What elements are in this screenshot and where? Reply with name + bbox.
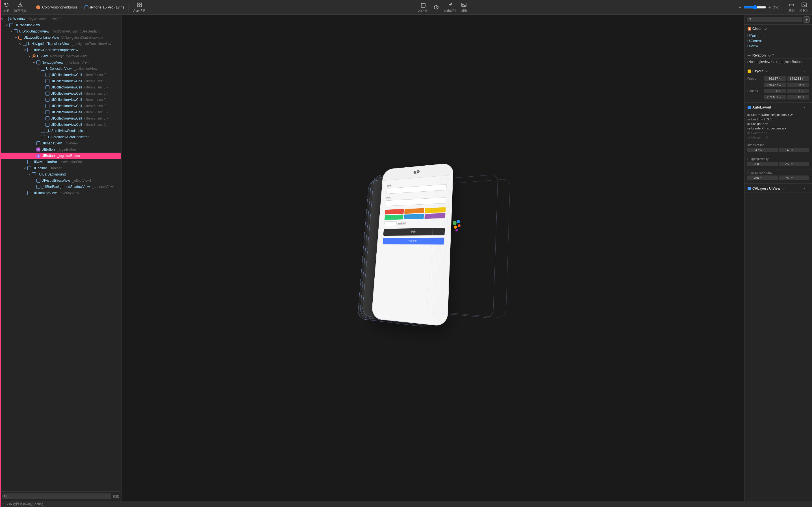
class-chevron[interactable] [764,27,767,30]
tree-item-cell0[interactable]: UICollectionViewCell{ item:0, sec:0 } [0,72,121,78]
tree-item-uicollectionview[interactable]: UICollectionView_collectionView [0,66,121,72]
autolayout-more[interactable]: ··· [804,105,809,110]
tree-item-uiimageview[interactable]: UIImageView_titleView [0,140,121,147]
hugging-h-input[interactable] [749,162,759,166]
quick-mode-button[interactable]: 快速模式 [14,2,26,13]
rotate-button[interactable]: 自由旋转 [444,2,456,13]
layout-more[interactable]: ··· [804,69,809,74]
tree-toggle[interactable] [22,166,27,170]
measure-button[interactable]: 测距 [789,2,795,13]
tree-toggle[interactable] [13,35,18,40]
intrinsic-section: IntrinsicSize W H [745,142,812,156]
tree-item-uitransitionview[interactable]: UITransitionView [0,22,121,28]
frame-y-input[interactable] [789,77,801,80]
tree-item-nonloginview[interactable]: NonLoginView_nonLoginView [0,59,121,66]
frame-h-input[interactable] [789,83,801,87]
minus-label[interactable]: − [739,5,741,10]
tree-item-uiwindow[interactable]: UIWindowKeyWindow ( Level: 0 ) [0,16,121,22]
inspector-search-input[interactable] [752,17,800,21]
resistance-v-input[interactable] [780,176,791,179]
tree-toggle[interactable] [18,42,22,46]
bounds-w-input[interactable] [765,96,778,99]
tree-item-uidropshadowview[interactable]: UIDropShadowView_firstCornerClippingDesc… [0,28,121,35]
image-button[interactable]: 图像 [461,2,467,13]
hugging-h-field[interactable]: H [747,162,778,166]
inspector-search-icon [748,18,752,21]
frame-x-input[interactable] [765,77,778,80]
resistance-v-field[interactable]: V [779,175,809,180]
calayer-more[interactable]: ··· [804,186,809,191]
inspector-search-box[interactable] [747,17,802,22]
console-button[interactable]: 控制台 [799,2,809,13]
size-slider[interactable] [744,5,766,10]
hugging-v-field[interactable]: V [779,162,809,166]
frame-x-field[interactable]: X [764,76,786,81]
intrinsic-h-field[interactable]: H [779,148,809,152]
frame-w-input[interactable] [765,83,778,87]
frame-w-field[interactable]: W [764,82,786,87]
tree-item-uiviewcontrollerwrapperview[interactable]: UIViewControllerWrapperView [0,47,121,53]
tree-item-loginbutton[interactable]: BUIButton_loginButton [0,147,121,153]
resistance-h-field[interactable]: H [747,175,778,180]
frame-y-field[interactable]: Y [788,76,809,81]
bounds-w-field[interactable]: W [764,95,786,100]
add-button[interactable]: + [804,16,810,22]
bounds-y-input[interactable] [789,89,801,93]
tree-item-uibarbackgroundshadowview[interactable]: _UIBarBackgroundShadowView_shadowView1 [0,184,121,190]
tree-item-cell6[interactable]: UICollectionViewCell{ item:6, sec:0 } [0,109,121,115]
hugging-v-input[interactable] [780,162,791,166]
bounds-h-field[interactable]: H [788,95,809,100]
tree-hint: { item:2, sec:0 } [84,86,108,89]
tree-toggle[interactable] [36,66,41,71]
tree-item-uitoolbar[interactable]: UIToolbar_toolbar [0,165,121,171]
bounds-x-input[interactable] [765,89,778,93]
bounds-h-input[interactable] [789,96,801,99]
intrinsic-w-input[interactable] [749,148,759,152]
tree-toggle[interactable] [22,48,27,52]
bounds-x-field[interactable]: X [764,89,786,93]
tree-toggle[interactable] [9,29,13,34]
tree-toggle[interactable] [27,54,32,58]
search-input[interactable] [8,494,110,498]
hugging-row: H V [747,162,809,166]
tree-item-uibarbackground[interactable]: _UIBarBackground [0,171,121,177]
intrinsic-w-field[interactable]: W [747,148,778,152]
tree-item-cell8[interactable]: UICollectionViewCell{ item:8, sec:0 } [0,121,121,128]
tree-item-cell3[interactable]: UICollectionViewCell{ item:3, sec:0 } [0,91,121,97]
tree-item-uinavigationtransitionview[interactable]: UINavigationTransitionView_navigationTra… [0,41,121,47]
tree-item-uinavigationbar[interactable]: UINavigationBar_navigationBar [0,159,121,165]
autolayout-chevron[interactable] [773,105,776,109]
layout-chevron[interactable] [766,69,769,72]
tree-item-uivisualeffectview[interactable]: UIVisualEffectView_effectView1 [0,177,121,184]
hierarchy-search[interactable] [2,494,111,499]
plus-label[interactable]: + [768,5,771,10]
refresh-button[interactable]: 刷新 [3,2,10,13]
relation-content: (NonLoginView *) -> _registerButton [745,59,812,66]
tree-item-uilayoutcontainerview[interactable]: UILayoutContainerViewUINavigationControl… [0,35,121,41]
tree-item-cell5[interactable]: UICollectionViewCell{ item:5, sec:0 } [0,103,121,109]
bounds-y-field[interactable]: Y [788,89,809,93]
frame-h-field[interactable]: H [788,82,809,87]
relation-chevron[interactable] [768,53,771,57]
calayer-chevron[interactable] [782,186,786,190]
tree-toggle[interactable] [32,60,36,65]
tree-item-registerbutton[interactable]: BUIButton_registerButton [0,153,121,159]
tree-item-uidimmingview[interactable]: UIDimmingView_overlayView [0,190,121,196]
cube-button[interactable] [433,4,439,10]
tree-item-cell1[interactable]: UICollectionViewCell{ item:1, sec:0 } [0,78,121,84]
resistance-h-input[interactable] [749,176,759,179]
center-3d-view[interactable]: 登录 账号 密码 [122,15,744,501]
tree-toggle[interactable] [4,23,9,27]
tree-item-scrollindicator2[interactable]: _UIScrollViewScrollIndicator [0,134,121,140]
tree-toggle[interactable] [27,172,32,177]
tree-item-cell7[interactable]: UICollectionViewCell{ item:7, sec:0 } [0,115,121,121]
intrinsic-h-input[interactable] [780,148,791,152]
hierarchy-list[interactable]: UIWindowKeyWindow ( Level: 0 )UITransiti… [0,15,121,492]
relation-help[interactable]: ? [772,53,774,57]
tree-item-scrollindicator1[interactable]: _UIScrollViewScrollIndicator [0,128,121,134]
tree-item-cell4[interactable]: UICollectionViewCell{ item:4, sec:0 } [0,97,121,103]
tree-item-uiview[interactable]: UIViewNonLoginController.view [0,53,121,59]
tree-item-cell2[interactable]: UICollectionViewCell{ item:2, sec:0 } [0,84,121,91]
2d3d-button[interactable]: 2D / 3D [418,2,428,12]
app-switch-button[interactable]: App 切换 [133,2,146,13]
